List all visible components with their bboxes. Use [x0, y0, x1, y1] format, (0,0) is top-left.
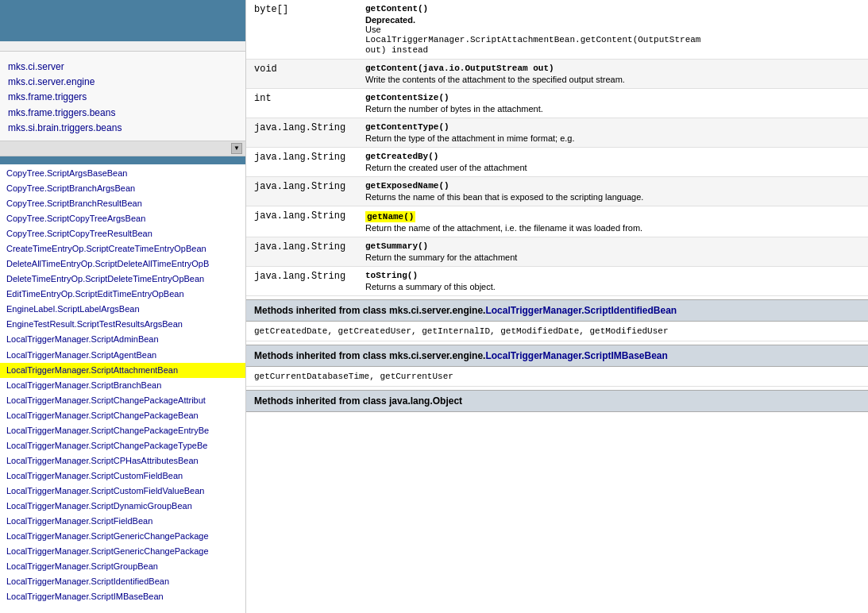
class-item[interactable]: LocalTriggerManager.ScriptIdentifiedBean	[0, 574, 245, 589]
class-item[interactable]: LocalTriggerManager.ScriptCPHasAttribute…	[0, 453, 245, 468]
method-cell: getCreatedBy()Return the created user of…	[357, 148, 868, 177]
package-link[interactable]: mks.ci.server	[8, 60, 237, 75]
classes-list: CopyTree.ScriptArgsBaseBeanCopyTree.Scri…	[0, 164, 245, 606]
inherited-label: Methods inherited from class mks.ci.serv…	[254, 350, 485, 361]
sidebar: mks.ci.servermks.ci.server.enginemks.fra…	[0, 0, 246, 613]
all-classes-header	[0, 156, 245, 164]
inherited-section-header: Methods inherited from class mks.ci.serv…	[246, 299, 868, 322]
inherited-methods-list: getCreatedDate, getCreatedUser, getInter…	[246, 322, 868, 341]
class-item[interactable]: CopyTree.ScriptBranchArgsBean	[0, 181, 245, 196]
return-type-cell: java.lang.String	[246, 118, 357, 148]
method-name: getContent()	[365, 4, 860, 13]
method-cell: getExposedName()Returns the name of this…	[357, 177, 868, 206]
methods-table: byte[]getContent()Deprecated.UseLocalTri…	[246, 0, 868, 296]
class-item[interactable]: LocalTriggerManager.ScriptAdminBean	[0, 332, 245, 347]
class-item[interactable]: EditTimeEntryOp.ScriptEditTimeEntryOpBea…	[0, 287, 245, 302]
table-row: java.lang.StringtoString()Returns a summ…	[246, 267, 868, 296]
method-cell: getSummary()Return the summary for the a…	[357, 237, 868, 267]
class-item[interactable]: DeleteAllTimeEntryOp.ScriptDeleteAllTime…	[0, 256, 245, 272]
class-item[interactable]: LocalTriggerManager.ScriptAttachmentBean	[0, 363, 245, 378]
method-name: getExposedName()	[365, 181, 860, 191]
return-type-cell: java.lang.String	[246, 206, 357, 237]
method-cell: getContentSize()Return the number of byt…	[357, 89, 868, 118]
inherited-label: Methods inherited from class java.lang.O…	[254, 395, 462, 407]
table-row: java.lang.StringgetSummary()Return the s…	[246, 237, 868, 267]
package-link[interactable]: mks.frame.triggers	[8, 90, 237, 105]
packages-list: mks.ci.servermks.ci.server.enginemks.fra…	[8, 60, 237, 136]
method-cell: getContent(java.io.OutputStream out)Writ…	[357, 60, 868, 89]
return-type-cell: java.lang.String	[246, 237, 357, 267]
method-name: toString()	[365, 271, 860, 280]
method-desc: Return the type of the attachment in mim…	[365, 133, 860, 143]
highlighted-method-name: getName()	[365, 211, 415, 222]
class-item[interactable]: LocalTriggerManager.ScriptAgentBean	[0, 348, 245, 363]
methods-tbody: byte[]getContent()Deprecated.UseLocalTri…	[246, 0, 868, 296]
class-item[interactable]: CreateTimeEntryOp.ScriptCreateTimeEntryO…	[0, 241, 245, 256]
table-row: java.lang.StringgetName()Return the name…	[246, 206, 868, 237]
return-type-cell: java.lang.String	[246, 267, 357, 296]
package-link[interactable]: mks.si.brain.triggers.beans	[8, 121, 237, 136]
inherited-label: Methods inherited from class mks.ci.serv…	[254, 305, 485, 316]
class-item[interactable]: LocalTriggerManager.ScriptGenericChangeP…	[0, 529, 245, 544]
table-row: java.lang.StringgetExposedName()Returns …	[246, 177, 868, 206]
method-name: getContentType()	[365, 122, 860, 132]
all-classes-link[interactable]	[0, 41, 245, 52]
class-item[interactable]: LocalTriggerManager.ScriptGenericChangeP…	[0, 544, 245, 559]
class-item[interactable]: EngineLabel.ScriptLabelArgsBean	[0, 302, 245, 317]
class-item[interactable]: LocalTriggerManager.ScriptChangePackageA…	[0, 393, 245, 408]
table-row: byte[]getContent()Deprecated.UseLocalTri…	[246, 0, 868, 60]
method-desc: Return the created user of the attachmen…	[365, 163, 860, 172]
class-item[interactable]: LocalTriggerManager.ScriptIMBaseBean	[0, 589, 245, 604]
method-name: getContent(java.io.OutputStream out)	[365, 64, 860, 73]
class-item[interactable]: LocalTriggerManager.ScriptChangePackageB…	[0, 408, 245, 423]
return-type-cell: void	[246, 60, 357, 89]
table-row: java.lang.StringgetCreatedBy()Return the…	[246, 148, 868, 177]
class-item[interactable]: DeleteTimeEntryOp.ScriptDeleteTimeEntryO…	[0, 272, 245, 287]
class-item[interactable]: LocalTriggerManager.ScriptGroupBean	[0, 559, 245, 574]
method-desc: Return the name of the attachment, i.e. …	[365, 223, 860, 233]
method-cell: getContentType()Return the type of the a…	[357, 118, 868, 148]
inherited-class-link[interactable]: LocalTriggerManager.ScriptIdentifiedBean	[485, 305, 677, 316]
class-item[interactable]: EngineTestResult.ScriptTestResultsArgsBe…	[0, 317, 245, 332]
method-desc: Returns the name of this bean that is ex…	[365, 192, 860, 202]
package-link[interactable]: mks.frame.triggers.beans	[8, 106, 237, 121]
packages-section: mks.ci.servermks.ci.server.enginemks.fra…	[0, 52, 245, 141]
inherited-methods-list: getCurrentDatabaseTime, getCurrentUser	[246, 367, 868, 387]
class-item[interactable]: LocalTriggerManager.ScriptChangePackageE…	[0, 423, 245, 438]
method-cell: getName()Return the name of the attachme…	[357, 206, 868, 237]
method-desc: Deprecated.UseLocalTriggerManager.Script…	[365, 15, 860, 55]
main-content[interactable]: byte[]getContent()Deprecated.UseLocalTri…	[246, 0, 868, 613]
method-name: getContentSize()	[365, 93, 860, 102]
inherited-class-link[interactable]: LocalTriggerManager.ScriptIMBaseBean	[485, 350, 667, 361]
table-row: java.lang.StringgetContentType()Return t…	[246, 118, 868, 148]
class-item[interactable]: LocalTriggerManager.ScriptChangePackageT…	[0, 438, 245, 453]
inherited-section-header: Methods inherited from class mks.ci.serv…	[246, 345, 868, 367]
inherited-sections: Methods inherited from class mks.ci.serv…	[246, 299, 868, 412]
class-item[interactable]: LocalTriggerManager.ScriptFieldBean	[0, 514, 245, 529]
scroll-up-btn[interactable]: ▼	[231, 143, 242, 154]
class-item[interactable]: CopyTree.ScriptBranchResultBean	[0, 196, 245, 211]
method-desc: Return the number of bytes in the attach…	[365, 104, 860, 114]
inherited-section-header: Methods inherited from class java.lang.O…	[246, 390, 868, 412]
method-desc: Write the contents of the attachment to …	[365, 75, 860, 84]
method-desc: Return the summary for the attachment	[365, 253, 860, 262]
class-item[interactable]: LocalTriggerManager.ScriptDynamicGroupBe…	[0, 499, 245, 514]
class-item[interactable]: CopyTree.ScriptCopyTreeArgsBean	[0, 211, 245, 226]
class-item[interactable]: LocalTriggerManager.ScriptCustomFieldBea…	[0, 468, 245, 484]
class-item[interactable]: CopyTree.ScriptArgsBaseBean	[0, 166, 245, 181]
class-item[interactable]: LocalTriggerManager.ScriptBranchBean	[0, 378, 245, 393]
class-item[interactable]: CopyTree.ScriptCopyTreeResultBean	[0, 226, 245, 241]
return-type-cell: int	[246, 89, 357, 118]
classes-list-container[interactable]: CopyTree.ScriptArgsBaseBeanCopyTree.Scri…	[0, 164, 245, 613]
method-name: getSummary()	[365, 241, 860, 251]
class-item[interactable]: LocalTriggerManager.ScriptCustomFieldVal…	[0, 484, 245, 499]
method-name: getCreatedBy()	[365, 152, 860, 161]
method-desc: Returns a summary of this object.	[365, 282, 860, 291]
return-type-cell: byte[]	[246, 0, 357, 60]
return-type-cell: java.lang.String	[246, 148, 357, 177]
return-type-cell: java.lang.String	[246, 177, 357, 206]
table-row: voidgetContent(java.io.OutputStream out)…	[246, 60, 868, 89]
app-header	[0, 0, 245, 41]
table-row: intgetContentSize()Return the number of …	[246, 89, 868, 118]
package-link[interactable]: mks.ci.server.engine	[8, 75, 237, 90]
